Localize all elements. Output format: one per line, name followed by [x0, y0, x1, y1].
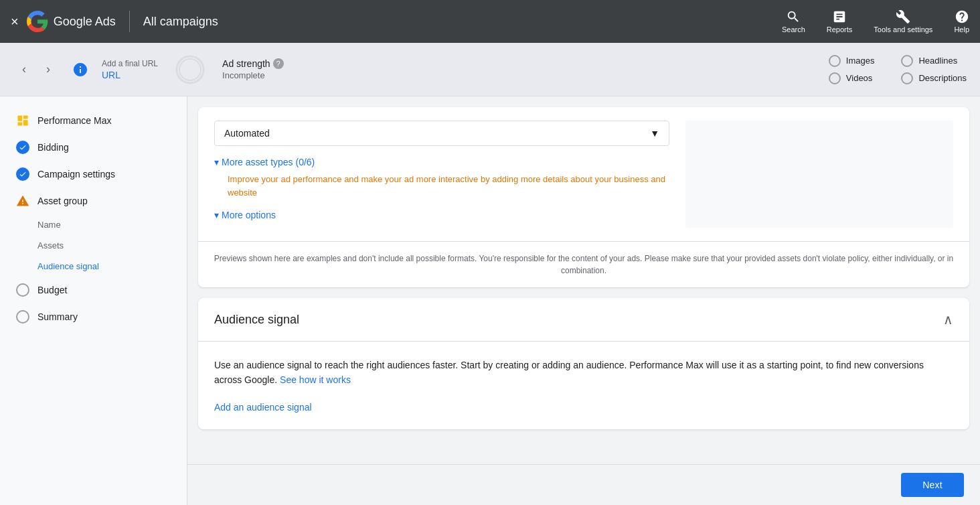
search-nav-button[interactable]: Search [782, 9, 805, 33]
budget-empty-icon [16, 283, 29, 297]
asset-right [685, 121, 953, 228]
nav-divider [129, 11, 130, 32]
asset-card: Automated ▼ ▾ More asset types (0/6) Imp… [198, 107, 969, 287]
search-nav-label: Search [782, 25, 805, 33]
videos-label: Videos [846, 73, 873, 83]
campaign-settings-label: Campaign settings [37, 169, 115, 179]
dropdown-value: Automated [224, 128, 270, 139]
preview-disclaimer: Previews shown here are examples and don… [198, 241, 969, 287]
more-asset-desc: Improve your ad performance and make you… [214, 173, 669, 199]
ad-strength-section: Ad strength ? Incomplete [222, 58, 284, 80]
videos-circle [829, 72, 841, 84]
summary-label: Summary [37, 311, 78, 322]
tools-nav-button[interactable]: Tools and settings [874, 9, 932, 33]
nav-right: Search Reports Tools and settings Help [782, 9, 969, 33]
audience-signal-card: Audience signal ∧ Use an audience signal… [198, 298, 969, 429]
bidding-label: Bidding [37, 142, 69, 153]
content-area: Automated ▼ ▾ More asset types (0/6) Imp… [187, 96, 980, 505]
top-navigation: × Google Ads All campaigns Search Report… [0, 0, 980, 43]
sidebar-sub-items: Name Assets Audience signal [0, 214, 187, 277]
descriptions-circle [901, 72, 913, 84]
footer: Next [187, 464, 980, 505]
descriptions-label: Descriptions [918, 73, 967, 83]
performance-max-label: Performance Max [37, 115, 111, 126]
sidebar-item-budget[interactable]: Budget [0, 277, 187, 303]
sidebar-item-bidding[interactable]: Bidding [0, 134, 187, 161]
next-button[interactable]: Next [901, 473, 964, 497]
headlines-circle [901, 55, 913, 67]
bidding-check-icon [16, 141, 29, 154]
sidebar-sub-audience-signal[interactable]: Audience signal [37, 256, 187, 277]
headlines-label: Headlines [918, 56, 957, 66]
reports-nav-button[interactable]: Reports [827, 9, 853, 33]
asset-group-label: Asset group [37, 196, 88, 206]
asset-indicators: Images Videos Headlines Descriptions [829, 55, 967, 84]
asset-left: Automated ▼ ▾ More asset types (0/6) Imp… [214, 121, 669, 228]
back-arrow-button[interactable]: ‹ [13, 59, 35, 80]
images-label: Images [846, 56, 875, 66]
info-button[interactable] [70, 59, 91, 80]
sub-header: ‹ › Add a final URL URL Ad strength ? In… [0, 43, 980, 96]
videos-indicator: Videos [829, 72, 875, 84]
more-asset-types-link[interactable]: ▾ More asset types (0/6) [214, 157, 669, 167]
help-nav-button[interactable]: Help [954, 9, 969, 33]
more-options-label: More options [222, 210, 276, 220]
google-logo [27, 11, 48, 32]
more-options-link[interactable]: ▾ More options [214, 210, 669, 220]
ad-strength-label: Ad strength ? [222, 58, 284, 69]
svg-point-0 [177, 56, 203, 83]
summary-empty-icon [16, 310, 29, 323]
app-name: Google Ads [54, 15, 116, 29]
audience-description: Use an audience signal to reach the righ… [214, 358, 953, 388]
logo-area: Google Ads [27, 11, 116, 32]
ad-strength-circle [174, 54, 206, 86]
ad-strength-help-icon[interactable]: ? [273, 58, 284, 69]
see-how-link[interactable]: See how it works [280, 374, 351, 385]
sub-header-nav: ‹ › [13, 59, 59, 80]
add-audience-signal-button[interactable]: Add an audience signal [214, 402, 312, 413]
url-label: Add a final URL [102, 59, 158, 68]
audience-body: Use an audience signal to reach the righ… [198, 342, 969, 429]
asset-group-warn-icon [16, 194, 29, 208]
asset-section: Automated ▼ ▾ More asset types (0/6) Imp… [198, 107, 969, 241]
ad-strength-status: Incomplete [222, 70, 284, 80]
url-value: URL [102, 70, 158, 80]
sidebar-sub-assets[interactable]: Assets [37, 235, 187, 256]
svg-point-2 [179, 59, 201, 80]
campaign-settings-check-icon [16, 167, 29, 181]
chevron-down-icon: ▾ [214, 157, 219, 167]
headlines-indicator: Headlines [901, 55, 967, 67]
close-button[interactable]: × [11, 14, 19, 29]
chevron-down-icon-2: ▾ [214, 210, 219, 220]
forward-arrow-button[interactable]: › [37, 59, 59, 80]
automated-dropdown[interactable]: Automated ▼ [214, 121, 669, 146]
budget-label: Budget [37, 285, 67, 295]
descriptions-indicator: Descriptions [901, 72, 967, 84]
campaign-title: All campaigns [143, 15, 218, 29]
sidebar-item-performance-max[interactable]: Performance Max [0, 107, 187, 134]
audience-signal-title: Audience signal [214, 313, 299, 327]
collapse-button[interactable]: ∧ [943, 311, 953, 328]
sidebar-sub-name[interactable]: Name [37, 214, 187, 235]
tools-nav-label: Tools and settings [874, 25, 932, 33]
more-asset-types-label: More asset types (0/6) [222, 157, 315, 167]
preview-area [685, 121, 953, 228]
reports-nav-label: Reports [827, 25, 853, 33]
images-indicator: Images [829, 55, 875, 67]
performance-max-icon [16, 114, 29, 127]
help-nav-label: Help [954, 25, 969, 33]
main-layout: Performance Max Bidding Campaign setting… [0, 96, 980, 505]
sidebar-item-summary[interactable]: Summary [0, 303, 187, 330]
sidebar-item-campaign-settings[interactable]: Campaign settings [0, 161, 187, 188]
sidebar-item-asset-group[interactable]: Asset group [0, 188, 187, 214]
url-section: Add a final URL URL [102, 59, 158, 80]
audience-header: Audience signal ∧ [198, 298, 969, 342]
images-circle [829, 55, 841, 67]
sidebar: Performance Max Bidding Campaign setting… [0, 96, 187, 505]
dropdown-arrow: ▼ [650, 128, 659, 139]
